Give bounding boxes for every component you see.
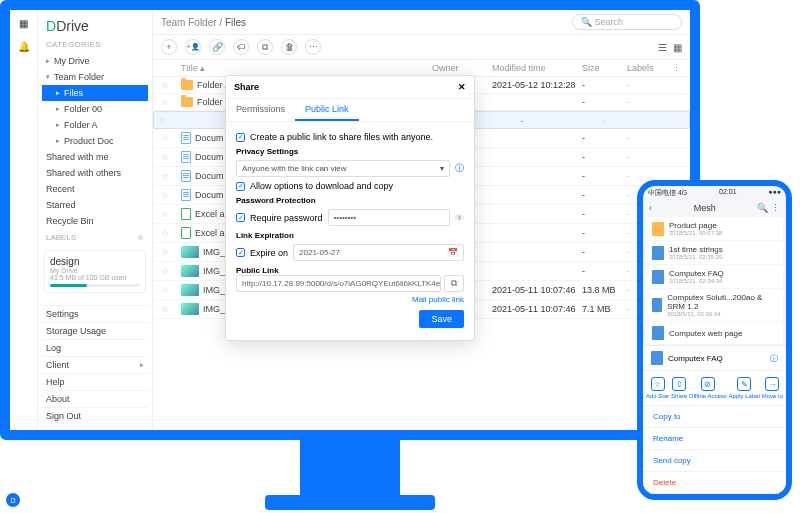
star-icon[interactable]: ☆ (161, 97, 181, 107)
sidebar-item-folder00[interactable]: ▸Folder 00 (42, 101, 148, 117)
sidebar-item-recent[interactable]: Recent (42, 181, 148, 197)
chevron-down-icon: ▾ (440, 164, 444, 173)
col-title[interactable]: Title ▴ (181, 63, 432, 73)
star-icon[interactable]: ☆ (161, 171, 181, 181)
copy-link-button[interactable]: ⧉ (444, 275, 464, 292)
sidebar-item-recycle[interactable]: Recycle Bin (42, 213, 148, 229)
star-icon[interactable]: ☆ (161, 304, 181, 314)
document-icon (181, 189, 191, 201)
phone-menu-rename[interactable]: Rename (643, 428, 786, 450)
copy-button[interactable]: ⧉ (257, 39, 273, 55)
checkbox-expire[interactable]: ✓ (236, 248, 245, 257)
star-icon[interactable]: ☆ (161, 228, 181, 238)
star-icon[interactable]: ☆ (161, 133, 181, 143)
categories-header: CATEGORIES (42, 36, 148, 53)
star-icon[interactable]: ☆ (161, 285, 181, 295)
phone-title: Mesh (694, 203, 716, 213)
apps-icon[interactable]: ▦ (19, 18, 28, 29)
phone-menu-copy-to[interactable]: Copy to (643, 406, 786, 428)
phone-back-icon[interactable]: ‹ (649, 203, 652, 213)
star-icon[interactable]: ☆ (161, 80, 181, 90)
file-size: 13.8 MB (582, 285, 627, 295)
save-button[interactable]: Save (419, 310, 464, 328)
sidebar-item-folderA[interactable]: ▸Folder A (42, 117, 148, 133)
breadcrumb[interactable]: Team Folder / Files (161, 17, 246, 28)
link-signout[interactable]: Sign Out (42, 407, 148, 424)
star-icon[interactable]: ☆ (161, 190, 181, 200)
phone-action-offline-access[interactable]: ⊘Offline Access (689, 377, 727, 399)
add-user-button[interactable]: +👤 (185, 39, 201, 55)
image-thumb-icon (181, 303, 199, 315)
link-log[interactable]: Log (42, 339, 148, 356)
sidebar-item-starred[interactable]: Starred (42, 197, 148, 213)
privacy-select[interactable]: Anyone with the link can view▾ (236, 160, 450, 177)
sidebar-item-files[interactable]: ▸Files (42, 85, 148, 101)
file-size: - (582, 209, 627, 219)
link-settings[interactable]: Settings (42, 305, 148, 322)
close-icon[interactable]: ✕ (458, 82, 466, 92)
phone-action-apply-label[interactable]: ✎Apply Label (729, 377, 760, 399)
tag-button[interactable]: 🏷 (233, 39, 249, 55)
phone-file-row[interactable]: Computex Soluti...200ao & SRM 1.22018/5/… (646, 289, 783, 321)
sidebar-item-shared-me[interactable]: Shared with me (42, 149, 148, 165)
star-icon[interactable]: ☆ (159, 116, 166, 125)
list-view-icon[interactable]: ☰ (658, 42, 667, 53)
col-size[interactable]: Size (582, 63, 627, 73)
create-link-label: Create a public link to share files with… (250, 132, 433, 142)
password-input[interactable]: •••••••• (328, 209, 450, 226)
tab-permissions[interactable]: Permissions (226, 99, 295, 121)
phone-file-row[interactable]: Product page2018/5/21, 00:07:38 (646, 217, 783, 240)
col-modified[interactable]: Modified time (492, 63, 582, 73)
info-icon[interactable]: ⓘ (455, 162, 464, 175)
search-input[interactable]: 🔍 Search (572, 14, 682, 30)
sidebar-item-shared-others[interactable]: Shared with others (42, 165, 148, 181)
star-icon[interactable]: ☆ (161, 209, 181, 219)
phone-menu-send-copy[interactable]: Send copy (643, 450, 786, 472)
phone-file-row[interactable]: Computex web page (646, 322, 783, 344)
col-labels[interactable]: Labels (627, 63, 672, 73)
action-icon: ✎ (737, 377, 751, 391)
col-menu-icon[interactable]: ⋮ (672, 63, 682, 73)
file-label: - (627, 80, 672, 90)
link-about[interactable]: About (42, 390, 148, 407)
star-icon[interactable]: ☆ (161, 266, 181, 276)
app-rail: ▦ 🔔 (10, 10, 38, 430)
link-help[interactable]: Help (42, 373, 148, 390)
grid-view-icon[interactable]: ▦ (673, 42, 682, 53)
expire-date-input[interactable]: 2021-05-27📅 (293, 244, 464, 261)
sidebar-item-productdoc[interactable]: ▸Product Doc (42, 133, 148, 149)
link-button[interactable]: 🔗 (209, 39, 225, 55)
delete-button[interactable]: 🗑 (281, 39, 297, 55)
link-storage-usage[interactable]: Storage Usage (42, 322, 148, 339)
checkbox-create-link[interactable]: ✓ (236, 133, 245, 142)
link-client[interactable]: Client▸ (42, 356, 148, 373)
sidebar-item-mydrive[interactable]: ▸My Drive (42, 53, 148, 69)
action-icon: ⇧ (672, 377, 686, 391)
eye-icon[interactable]: 👁 (455, 213, 464, 223)
public-link-input[interactable]: http://10.17.28.89:5000/d/s/o7iAG0RQYEut… (236, 275, 441, 292)
phone-more-icon[interactable]: ⋮ (771, 203, 780, 213)
phone-delete[interactable]: Delete (643, 472, 786, 494)
add-button[interactable]: + (161, 39, 177, 55)
avatar[interactable]: D (6, 493, 20, 507)
phone-file-row[interactable]: 1st time strings2018/5/21, 02:35:25 (646, 241, 783, 264)
bell-icon[interactable]: 🔔 (18, 41, 30, 52)
phone-action-add-star[interactable]: ☆Add Star (646, 377, 669, 399)
phone-file-row[interactable]: Computex FAQ2018/5/21, 02:34:34 (646, 265, 783, 288)
sidebar-item-teamfolder[interactable]: ▾Team Folder (42, 69, 148, 85)
col-owner[interactable]: Owner (432, 63, 492, 73)
mail-link[interactable]: Mail public link (236, 295, 464, 304)
phone-status-bar: 中国电信 4G02:01●●● (643, 186, 786, 200)
action-label: Add Star (646, 393, 669, 399)
phone-action-share[interactable]: ⇧Share (671, 377, 687, 399)
star-icon[interactable]: ☆ (161, 152, 181, 162)
phone-action-move-to[interactable]: →Move to (762, 377, 783, 399)
add-label-icon[interactable]: ⊕ (137, 233, 144, 242)
tab-public-link[interactable]: Public Link (295, 99, 359, 121)
star-icon[interactable]: ☆ (161, 247, 181, 257)
checkbox-allow-download[interactable]: ✓ (236, 182, 245, 191)
checkbox-require-password[interactable]: ✓ (236, 213, 245, 222)
phone-search-icon[interactable]: 🔍 (757, 203, 768, 213)
info-icon[interactable]: ⓘ (770, 353, 778, 364)
more-button[interactable]: ⋯ (305, 39, 321, 55)
